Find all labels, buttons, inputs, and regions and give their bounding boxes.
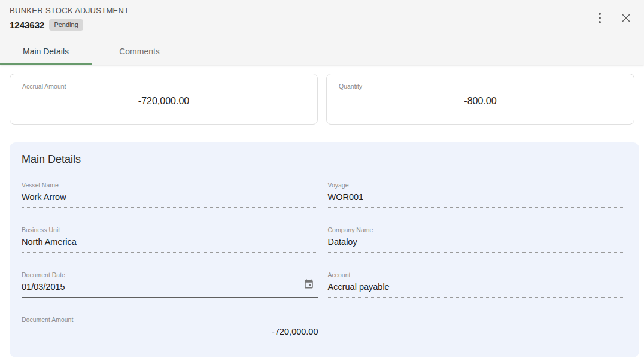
document-id-row: 1243632 Pending (10, 19, 129, 31)
field-document-amount[interactable]: Document Amount -720,000.00 (22, 316, 318, 342)
vessel-name-value: Work Arrow (22, 192, 318, 208)
main-details-panel: Main Details Vessel Name Work Arrow Voya… (10, 142, 639, 357)
main-details-title: Main Details (22, 153, 624, 166)
account-label: Account (328, 271, 625, 278)
field-voyage: Voyage WOR001 (328, 181, 625, 208)
document-date-value[interactable]: 01/03/2015 (22, 282, 318, 298)
status-badge: Pending (49, 19, 83, 31)
business-unit-label: Business Unit (22, 226, 318, 233)
field-vessel-name: Vessel Name Work Arrow (22, 181, 318, 208)
calendar-icon[interactable] (303, 278, 315, 290)
account-value: Accrual payable (328, 282, 625, 298)
quantity-value: -800.00 (339, 96, 622, 107)
dialog-title: BUNKER STOCK ADJUSTMENT (10, 6, 129, 15)
summary-cards-row: Accrual Amount -720,000.00 Quantity -800… (0, 65, 644, 125)
fields-grid: Vessel Name Work Arrow Voyage WOR001 Bus… (22, 181, 624, 342)
kebab-menu-icon[interactable] (591, 10, 608, 26)
document-id: 1243632 (10, 20, 44, 30)
tab-bar: Main Details Comments (0, 39, 644, 65)
quantity-label: Quantity (339, 83, 622, 90)
accrual-amount-card: Accrual Amount -720,000.00 (10, 74, 318, 125)
tab-comments[interactable]: Comments (92, 39, 187, 65)
voyage-value: WOR001 (328, 192, 625, 208)
dialog-header: BUNKER STOCK ADJUSTMENT 1243632 Pending … (0, 0, 644, 65)
voyage-label: Voyage (328, 181, 625, 189)
field-account: Account Accrual payable (328, 271, 625, 298)
field-company-name: Company Name Dataloy (328, 226, 625, 253)
close-icon[interactable] (618, 10, 634, 26)
accrual-amount-label: Accrual Amount (22, 83, 305, 90)
accrual-amount-value: -720,000.00 (22, 96, 305, 107)
empty-grid-cell (328, 316, 625, 342)
document-amount-value[interactable]: -720,000.00 (22, 327, 318, 342)
company-name-label: Company Name (328, 226, 625, 233)
vessel-name-label: Vessel Name (22, 181, 318, 189)
field-document-date[interactable]: Document Date 01/03/2015 (22, 271, 318, 298)
tab-main-details[interactable]: Main Details (0, 39, 92, 65)
quantity-card: Quantity -800.00 (326, 74, 634, 125)
document-amount-label: Document Amount (22, 316, 318, 323)
field-business-unit: Business Unit North America (22, 226, 318, 253)
business-unit-value: North America (22, 237, 318, 253)
document-date-label: Document Date (22, 271, 318, 278)
company-name-value: Dataloy (328, 237, 625, 253)
